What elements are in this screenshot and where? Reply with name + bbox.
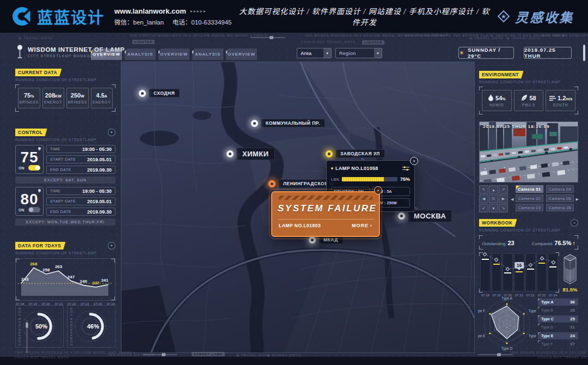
type-row-c[interactable]: Type C25 [538,315,578,323]
schedule-row-time[interactable]: TIME 19:00 - 05:30 [46,187,115,195]
gauge-value: 46% [87,323,99,330]
inspiration-star-icon: ★ [497,10,510,23]
bar-marker [549,266,556,267]
pan-right-button[interactable]: ▶ [499,194,508,203]
pan-up-button[interactable]: ▲ [489,185,498,194]
camera-button-1[interactable]: Camera 01 [516,185,543,193]
tab-overview-2[interactable]: OVERVIEW [158,48,189,60]
inspiration-collection: ★ 灵感收集 [497,7,574,26]
except-bar: EXCEPT: MON,TUE,WED,THUR,FRI [15,218,115,226]
pan-up-right-button[interactable]: ↗ [499,185,508,194]
refresh-button[interactable]: ↻ [489,194,498,203]
city-map[interactable]: СХОДНЯКОММУНАЛЬНЫЙ ПР.ХИМКИЗАВОДСКАЯ УЛЛ… [121,62,475,353]
workbook-bar-chart: 16 [479,252,559,293]
brightness-card: 75 ON [15,145,44,174]
alert-lamp-id: LAMP NO.L01803 [279,223,321,228]
header-tabs: OVERVIEW ANALYSIS OVERVIEW ANALYSIS OVER… [91,48,257,60]
alert-close-button[interactable]: × [374,186,382,194]
expand-button[interactable]: + [108,242,115,250]
prism-indicator [563,253,577,285]
top-banner: 蓝蓝设计 www.lanlanwork.com ▸▸▸▸▸ 微信：ben_lan… [0,0,588,33]
svg-text:258: 258 [42,267,50,272]
camera-button-2[interactable]: Camera 02 [516,194,543,202]
schedule-row-time[interactable]: TIME 19:00 - 05:30 [46,145,115,153]
power-state-label: ON [19,166,24,170]
more-button[interactable]: MORE› [352,223,372,228]
power-toggle[interactable] [28,165,40,171]
type-row-d[interactable]: Type D31 [538,324,578,331]
camera-feed[interactable]: 2019.07.25 THUR 18:26:09 [479,121,578,182]
pin-label: МОСКВА [408,210,452,222]
bar-marker [527,269,534,270]
schedule-group-1: 75 ON TIME 19:00 - 05:30 START DATE 2019… [15,145,115,174]
outstanding-value: 23 [507,240,514,246]
lamp-pin-icon [226,150,234,157]
environment-panel: ENVIRONMENT RUNNING CONDITION OF STREETL… [479,71,578,114]
lamp-pin-icon [139,90,146,97]
bar-column [537,253,547,291]
popup-close-button[interactable]: × [410,157,418,165]
svg-text:237: 237 [92,281,100,285]
bar-column [525,253,536,291]
camera-button-3[interactable]: Camera 03 [516,204,543,211]
compared-value: 76.5% [554,240,571,246]
humidity-card: 54% HUMID [482,90,512,111]
map-pin[interactable]: ХИМКИ [226,148,275,160]
tab-overview-3[interactable]: OVERVIEW [226,48,257,60]
phone-contact: 电话：010-63334945 [173,17,232,26]
sun-icon: ☀ [459,50,465,57]
brightness-progress-bar[interactable] [342,177,397,181]
lamp-pin-icon [326,150,333,157]
pm25-card: 58 PM2.5 [514,90,544,111]
lamp-pin-icon [309,236,316,244]
map-pin[interactable]: ЗАВОДСКАЯ УЛ [326,149,385,158]
tab-overview-1[interactable]: OVERVIEW [91,48,122,60]
area-select[interactable]: Area ▾ [297,48,332,58]
website-link[interactable]: www.lanlanwork.com [114,7,186,15]
panel-tag: ENVIRONMENT [479,71,523,78]
stat-card-ampere: 4.5A ENERGY [91,88,113,108]
scrollbar[interactable] [583,45,585,61]
next-page-button[interactable]: › [571,219,578,227]
gauge-label: COMPARISON FOR [18,307,21,345]
schedule-row-start[interactable]: START DATE 2019.05.01 [46,197,115,205]
type-row-f[interactable]: Type F37 [538,340,578,348]
tab-analysis-1[interactable]: ANALYSIS [125,48,156,60]
pan-down-button[interactable]: ▼ [489,204,498,212]
add-schedule-button[interactable]: + [108,129,115,136]
schedule-group-2: 80 ON TIME 19:00 - 05:30 START DATE 2019… [15,187,115,216]
pan-down-right-button[interactable]: ↘ [499,204,508,212]
settings-sliders-icon[interactable] [402,166,410,171]
schedule-row-end[interactable]: END DATE 2019.09.30 [46,208,115,216]
logo: 蓝蓝设计 [12,5,105,28]
wind-card: 1.2m/s SOUTH [546,90,575,111]
type-row-e[interactable]: Type E24 [538,332,578,339]
stat-card-briness: 75% BRINESS [18,88,40,108]
power-toggle[interactable] [28,207,40,212]
pan-up-left-button[interactable]: ↖ [479,185,488,194]
pan-down-left-button[interactable]: ↙ [479,204,488,212]
panel-subtitle: RUNNING CONDITION OF STREETLAMP [15,138,115,142]
camera-button-4[interactable]: Camera 04 [546,185,574,193]
schedule-row-end[interactable]: END DATE 2019.09.30 [46,166,115,174]
date-indicator: 2019.07.25 THUR [524,47,572,59]
camera-next-button[interactable]: ▶ [576,197,579,202]
tab-analysis-2[interactable]: ANALYSIS [192,48,223,60]
lamp-icon [38,147,41,150]
streetlamp-icon [16,45,23,59]
camera-prev-button[interactable]: ◀ [511,197,513,202]
schedule-row-start[interactable]: START DATE 2019.05.01 [46,155,115,163]
type-row-a[interactable]: Type A36 [538,299,578,306]
pin-label: ХИМКИ [236,148,275,160]
type-row-b[interactable]: Type B28 [538,307,578,314]
camera-button-6[interactable]: Camera 06 [546,204,574,211]
svg-text:247: 247 [68,275,75,279]
camera-button-5[interactable]: Camera 05 [546,194,574,202]
map-pin[interactable]: КОММУНАЛЬНЫЙ ПР. [251,119,325,127]
pan-left-button[interactable]: ◀ [479,194,488,203]
region-select[interactable]: Region ▾ [335,48,382,58]
type-list: Type A36 Type B28 Type C25 Type D31 Type… [538,294,578,352]
map-pin[interactable]: СХОДНЯ [139,89,180,98]
area-select-value: Area [301,51,311,56]
data-7days-panel: DATA FOR 7DAYS + RUNNING CONDITION OF ST… [15,242,115,306]
